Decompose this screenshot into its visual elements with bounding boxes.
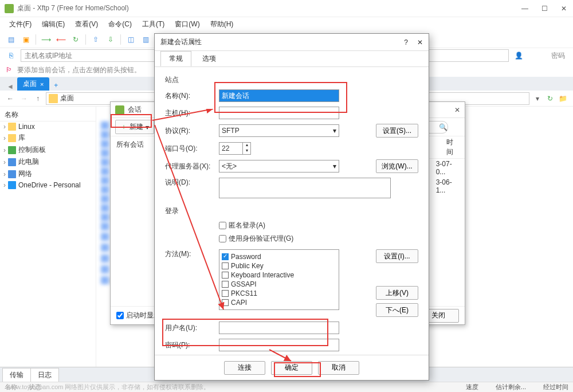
method-item[interactable]: Public Key [222,261,336,271]
host-label: 主机(H): [165,108,214,118]
folder-icon [49,94,58,103]
nav-back-icon[interactable]: ← [5,93,16,104]
close-button[interactable]: ✕ [559,5,568,13]
menu-command[interactable]: 命令(C) [104,18,136,30]
method-item[interactable]: GSSAPI [222,280,336,289]
proxy-select[interactable]: <无> ▾ [219,160,339,173]
tab-options[interactable]: 选项 [194,51,225,66]
tree-item[interactable]: ›此电脑 [0,156,96,168]
method-item[interactable]: PKCS11 [222,289,336,298]
new-session-dialog: 新建会话属性 ? ✕ 常规 选项 站点 名称(N): 主机(H): 协议(R):… [154,33,429,381]
menubar: 文件(F) 编辑(E) 查看(V) 命令(C) 工具(T) 窗口(W) 帮助(H… [0,17,573,31]
nav-up-icon[interactable]: ↑ [32,93,44,104]
pane-icon[interactable]: ◫ [124,33,137,46]
methods-list[interactable]: PasswordPublic KeyKeyboard InteractiveGS… [219,249,339,310]
tree-item[interactable]: ›网络 [0,168,96,180]
tree-item[interactable]: ›Linux [0,121,96,132]
dialog-close-icon[interactable]: ✕ [417,38,423,46]
anon-checkbox[interactable]: 匿名登录(A) [219,221,418,230]
method-label: 方法(M): [165,249,214,259]
disconnect-icon[interactable]: ⟵ [54,33,67,46]
tree-item[interactable]: ›控制面板 [0,144,96,156]
username-input[interactable] [219,322,339,334]
maximize-button[interactable]: ☐ [540,5,549,13]
protocol-settings-button[interactable]: 设置(S)... [376,124,418,138]
download-icon[interactable]: ⇩ [104,33,117,46]
move-up-button[interactable]: 上移(V) [376,286,418,300]
agent-label: 使用身份验证代理(G) [229,234,293,244]
status-bar: 名称 状态 www.toymoban.com 网络图片仅供展示，非存储，如有侵权… [0,382,573,392]
addr-add-icon[interactable]: ⎘ [5,49,17,62]
desktop-tab[interactable]: 桌面 × [17,77,49,91]
agent-checkbox[interactable]: 使用身份验证代理(G) [219,234,418,244]
menu-view[interactable]: 查看(V) [70,18,103,30]
pane2-icon[interactable]: ▥ [139,33,152,46]
startup-check[interactable] [116,312,124,319]
name-input[interactable] [219,89,339,102]
method-settings-button[interactable]: 设置(I)... [376,249,418,263]
menu-file[interactable]: 文件(F) [5,18,36,30]
user-icon[interactable]: 👤 [512,49,525,62]
minimize-button[interactable]: — [520,5,529,13]
tab-close-icon[interactable]: × [40,81,44,88]
desc-textarea[interactable] [219,178,391,198]
menu-window[interactable]: 窗口(W) [170,18,204,30]
tab-label: 桌面 [23,79,37,89]
tab-add-icon[interactable]: + [49,80,62,91]
tree-item[interactable]: ›OneDrive - Personal [0,180,96,190]
port-down-icon[interactable]: ▾ [242,148,250,154]
dropdown-icon[interactable]: ▾ [146,123,149,131]
connect-button[interactable]: 连接 [224,361,265,375]
port-value: 22 [219,144,242,152]
menu-help[interactable]: 帮助(H) [206,18,238,30]
tree-item[interactable]: ›库 [0,132,96,144]
open-icon[interactable]: ▣ [19,33,32,46]
port-label: 端口号(O): [165,144,214,154]
nav-fwd-icon[interactable]: → [18,93,30,104]
hint-text: 要添加当前会话，点击左侧的箭头按钮。 [17,65,141,75]
sessions-close-icon[interactable]: ✕ [454,106,460,114]
folder-tree[interactable]: 名称 ›Linux›库›控制面板›此电脑›网络›OneDrive - Perso… [0,107,96,373]
new-label: 新建 [129,122,143,132]
menu-edit[interactable]: 编辑(E) [37,18,69,30]
method-item[interactable]: Password [222,252,336,261]
proxy-browse-button[interactable]: 浏览(W)... [376,159,418,173]
reconnect-icon[interactable]: ↻ [69,33,82,46]
menu-tools[interactable]: 工具(T) [138,18,169,30]
proxy-label: 代理服务器(X): [165,162,214,171]
tab-general[interactable]: 常规 [160,51,191,66]
cancel-button[interactable]: 取消 [318,361,359,375]
password-label: 密码 [551,51,565,61]
anon-label: 匿名登录(A) [229,221,265,230]
port-input[interactable]: 22 ▴ ▾ [219,142,251,155]
connect-icon[interactable]: ⟶ [40,33,52,46]
user-label: 用户名(U): [165,323,214,333]
password-input[interactable] [219,339,339,351]
chevron-down-icon: ▾ [333,127,336,135]
protocol-value: SFTP [222,127,333,135]
agent-check[interactable] [219,235,226,242]
new-session-icon[interactable]: ▤ [5,33,17,46]
dialog-title: 新建会话属性 [160,37,404,47]
move-down-button[interactable]: 下へ(E) [376,303,418,317]
protocol-select[interactable]: SFTP ▾ [219,124,339,137]
new-session-button[interactable]: ＋ 新建 ▾ [115,120,154,134]
sessions-icon [115,105,124,115]
dialog-titlebar: 新建会话属性 ? ✕ [155,34,429,51]
host-input-dlg[interactable] [219,107,339,119]
newfolder-icon[interactable]: 📁 [557,93,568,104]
search-icon[interactable]: 🔍 [439,123,448,131]
ok-button[interactable]: 确定 [271,361,312,375]
refresh-icon[interactable]: ↻ [544,93,556,104]
log-tab[interactable]: 日志 [30,368,59,382]
help-icon[interactable]: ? [404,38,408,46]
transfer-tab[interactable]: 传输 [2,368,31,382]
upload-icon[interactable]: ⇧ [89,33,102,46]
dialog-body: 站点 名称(N): 主机(H): 协议(R): SFTP ▾ 设置(S)... … [155,67,429,355]
col-time[interactable]: 时间 [446,138,460,157]
anon-check[interactable] [219,222,226,229]
tab-prev-icon[interactable]: ◄ [3,83,17,91]
crumb-drop-icon[interactable]: ▾ [532,93,543,104]
method-item[interactable]: CAPI [222,298,336,307]
method-item[interactable]: Keyboard Interactive [222,271,336,280]
